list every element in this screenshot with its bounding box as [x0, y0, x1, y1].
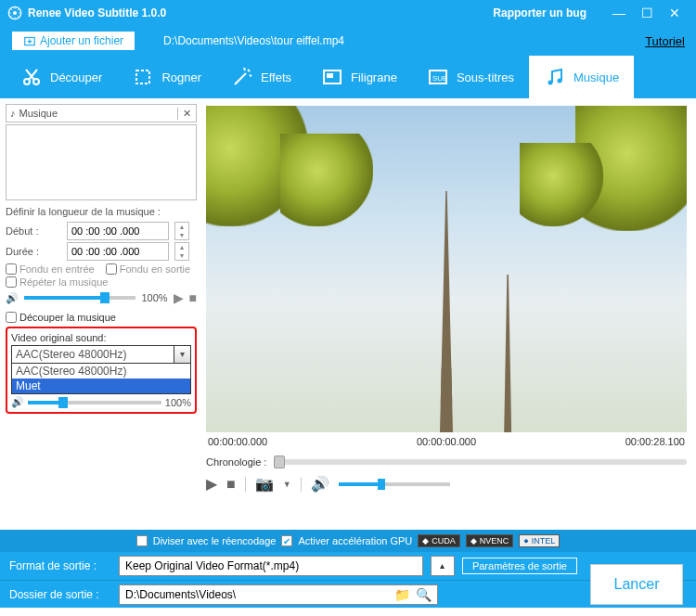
- playback-controls: ▶ ■ 📷 ▼ 🔊: [206, 475, 687, 493]
- music-header-bar: ♪Musique ✕: [6, 104, 197, 122]
- original-volume-slider[interactable]: [28, 401, 161, 404]
- tab-music[interactable]: Musique: [529, 56, 634, 98]
- folder-label: Dossier de sortie :: [9, 588, 111, 601]
- tab-effects-label: Effets: [261, 71, 291, 84]
- tab-crop-label: Rogner: [161, 71, 201, 84]
- format-select[interactable]: Keep Original Video Format(*.mp4): [119, 556, 423, 576]
- tab-watermark[interactable]: Filigrane: [306, 56, 412, 98]
- original-sound-combo[interactable]: AAC(Stereo 48000Hz) ▾: [11, 345, 191, 364]
- add-file-button[interactable]: Ajouter un fichier: [11, 31, 135, 51]
- tab-crop[interactable]: Rogner: [117, 56, 216, 98]
- original-sound-label: Video original sound:: [11, 332, 191, 343]
- duration-spinner[interactable]: ▲▼: [174, 242, 189, 261]
- chevron-down-icon[interactable]: ▾: [174, 346, 190, 363]
- original-volume-value: 100%: [165, 397, 191, 408]
- close-button[interactable]: ✕: [661, 6, 689, 20]
- original-sound-dropdown: AAC(Stereo 48000Hz) Muet: [11, 364, 191, 394]
- chronology-label: Chronologie :: [206, 456, 266, 468]
- music-remove-button[interactable]: ✕: [177, 108, 196, 120]
- start-label: Début :: [6, 225, 61, 237]
- current-file-path: D:\Documents\Videos\tour eiffel.mp4: [163, 34, 344, 47]
- timecode-row: 00:00:00.000 00:00:00.000 00:00:28.100: [206, 436, 687, 447]
- music-header-label: Musique: [19, 108, 58, 119]
- split-reencode-checkbox[interactable]: [136, 535, 148, 546]
- output-params-button[interactable]: Paramètres de sortie: [462, 558, 577, 574]
- scissors-icon: [20, 66, 43, 88]
- split-reencode-label: Diviser avec le réencodage: [153, 535, 277, 546]
- gpu-accel-checkbox[interactable]: ✔: [281, 535, 292, 546]
- format-dropdown-button[interactable]: ▴: [431, 556, 455, 576]
- report-bug-link[interactable]: Rapporter un bug: [493, 6, 586, 19]
- tab-subtitles-label: Sous-titres: [457, 71, 514, 84]
- repeat-checkbox[interactable]: Répéter la musique: [6, 276, 197, 288]
- music-list[interactable]: [6, 124, 197, 200]
- original-sound-value: AAC(Stereo 48000Hz): [12, 346, 174, 363]
- add-file-label: Ajouter un fichier: [40, 34, 123, 47]
- search-icon[interactable]: 🔍: [416, 587, 432, 602]
- cuda-badge: ◆CUDA: [418, 534, 460, 547]
- titlebar: Renee Video Subtitle 1.0.0 Rapporter un …: [0, 0, 696, 26]
- tab-cut[interactable]: Découper: [6, 56, 117, 98]
- music-panel: ♪Musique ✕ Définir la longueur de la mus…: [0, 98, 202, 530]
- start-time-input[interactable]: [67, 222, 169, 240]
- play-button[interactable]: ▶: [206, 475, 217, 493]
- preview-volume-slider[interactable]: [339, 482, 450, 486]
- duration-input[interactable]: [67, 242, 169, 261]
- tab-subtitles[interactable]: SUB Sous-titres: [412, 56, 529, 98]
- file-row: Ajouter un fichier D:\Documents\Videos\t…: [0, 26, 696, 56]
- gpu-accel-label: Activer accélération GPU: [298, 535, 412, 546]
- tab-effects[interactable]: Effets: [216, 56, 306, 98]
- tab-music-label: Musique: [574, 71, 619, 84]
- original-sound-section: Video original sound: AAC(Stereo 48000Hz…: [6, 327, 197, 414]
- folder-browse-icon[interactable]: 📁: [394, 587, 410, 602]
- music-stop-button[interactable]: ■: [189, 290, 197, 305]
- launch-button[interactable]: Lancer: [590, 564, 683, 605]
- stop-button[interactable]: ■: [226, 476, 236, 493]
- fade-in-checkbox[interactable]: Fondu en entrée: [6, 263, 95, 275]
- time-start: 00:00:00.000: [208, 436, 267, 447]
- cut-music-checkbox[interactable]: Découper la musique: [6, 312, 197, 323]
- music-note-icon: [544, 66, 566, 88]
- svg-rect-7: [327, 73, 333, 78]
- crop-icon: [132, 66, 154, 88]
- sound-option-mute[interactable]: Muet: [12, 379, 190, 393]
- svg-point-1: [13, 11, 17, 15]
- music-volume-value: 100%: [141, 292, 167, 303]
- video-preview[interactable]: [206, 106, 687, 432]
- duration-label: Durée :: [6, 246, 61, 257]
- svg-text:SUB: SUB: [432, 74, 447, 83]
- watermark-icon: [321, 66, 343, 88]
- minimize-button[interactable]: —: [605, 6, 633, 20]
- nvenc-badge: ◆NVENC: [466, 534, 514, 547]
- music-length-label: Définir la longueur de la musique :: [6, 206, 197, 217]
- timeline-slider[interactable]: [274, 459, 687, 465]
- add-file-icon: [23, 34, 36, 47]
- chevron-down-icon[interactable]: ▼: [283, 480, 291, 489]
- format-label: Format de sortie :: [9, 559, 111, 572]
- maximize-button[interactable]: ☐: [633, 6, 661, 20]
- tool-tabs: Découper Rogner Effets Filigrane SUB Sou…: [0, 56, 696, 98]
- music-volume-slider[interactable]: [24, 296, 135, 300]
- svg-rect-5: [136, 71, 149, 83]
- encoding-options: Diviser avec le réencodage ✔ Activer acc…: [0, 530, 696, 552]
- folder-path-field[interactable]: D:\Documents\Videos\ 📁 🔍: [119, 584, 438, 605]
- speaker-icon: 🔊: [11, 396, 24, 408]
- music-play-button[interactable]: ▶: [174, 290, 184, 305]
- start-spinner[interactable]: ▲▼: [174, 222, 189, 240]
- snapshot-button[interactable]: 📷: [255, 475, 274, 493]
- subtitle-icon: SUB: [427, 66, 449, 88]
- time-current: 00:00:00.000: [417, 436, 476, 447]
- svg-point-10: [548, 81, 553, 85]
- tab-watermark-label: Filigrane: [351, 71, 397, 84]
- tutorial-link[interactable]: Tutoriel: [645, 34, 685, 48]
- time-end: 00:00:28.100: [625, 436, 685, 447]
- note-icon: ♪: [10, 108, 16, 119]
- intel-badge: ●INTEL: [519, 534, 560, 547]
- tab-cut-label: Découper: [50, 71, 102, 84]
- wand-icon: [231, 66, 253, 88]
- fade-out-checkbox[interactable]: Fondu en sortie: [106, 263, 190, 275]
- app-title: Renee Video Subtitle 1.0.0: [28, 6, 166, 19]
- speaker-icon: 🔊: [6, 292, 19, 304]
- main-area: ♪Musique ✕ Définir la longueur de la mus…: [0, 98, 696, 530]
- sound-option-aac[interactable]: AAC(Stereo 48000Hz): [12, 364, 190, 379]
